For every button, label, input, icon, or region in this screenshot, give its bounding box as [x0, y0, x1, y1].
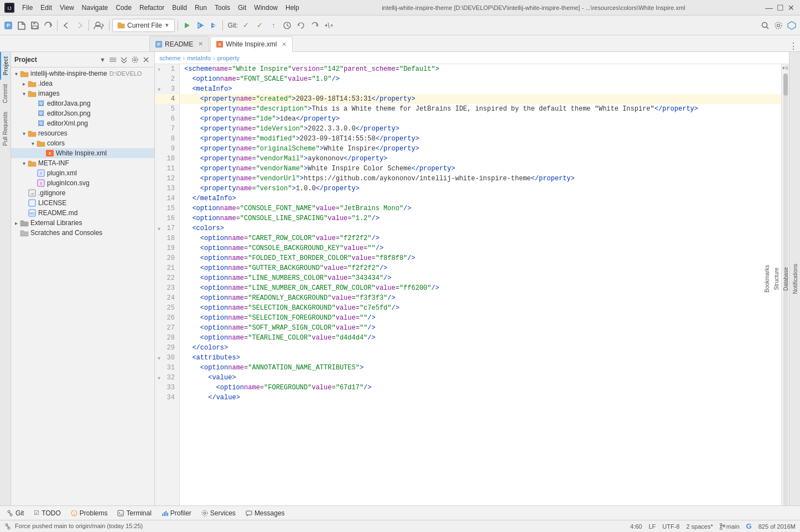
tree-arrow-colors: ▾	[29, 140, 37, 147]
sidebar-settings-btn[interactable]	[130, 55, 140, 65]
breadcrumb-property[interactable]: property	[217, 55, 240, 61]
bottom-tab-profiler[interactable]: Profiler	[157, 507, 196, 519]
forward-button[interactable]	[74, 18, 86, 33]
save-button[interactable]	[29, 18, 41, 33]
svg-rect-53	[167, 513, 168, 516]
menu-file[interactable]: File	[19, 3, 36, 13]
tree-item-images[interactable]: ▾ images	[11, 88, 154, 98]
tree-item-whiteinspire[interactable]: X White Inspire.xml	[11, 148, 154, 158]
git-sync-button[interactable]	[309, 18, 321, 33]
git-push-button[interactable]: ✓	[253, 18, 266, 33]
code-area[interactable]: <scheme name="White Inspire" version="14…	[180, 64, 781, 505]
menu-build[interactable]: Build	[169, 3, 190, 13]
tab-readme[interactable]: README ✕	[149, 36, 209, 51]
git-fetch-button[interactable]: ✓	[240, 18, 252, 33]
tree-item-editorjson[interactable]: 🖼 editorJson.png	[11, 108, 154, 118]
menu-git[interactable]: Git	[235, 3, 250, 13]
sync-button[interactable]	[42, 18, 54, 33]
tree-item-scratches[interactable]: Scratches and Consoles	[11, 228, 154, 238]
fold-btn-30[interactable]: ▾	[155, 355, 163, 361]
bottom-tab-git[interactable]: Git	[2, 507, 28, 519]
project-icon-btn[interactable]: P	[2, 18, 14, 33]
tree-item-editorjava[interactable]: 🖼 editorJava.png	[11, 98, 154, 108]
menu-bar[interactable]: File Edit View Navigate Code Refactor Bu…	[19, 3, 303, 13]
tabs-overflow-button[interactable]: ⋮	[789, 41, 798, 51]
tree-item-root[interactable]: ▾ intellij-white-inspire-theme D:\DEVELO	[11, 69, 154, 79]
tree-item-pluginicon[interactable]: S pluginIcon.svg	[11, 178, 154, 188]
back-button[interactable]	[60, 18, 72, 33]
sidebar-dropdown-arrow[interactable]: ▼	[100, 56, 106, 63]
tree-item-resources[interactable]: ▾ resources	[11, 128, 154, 138]
tree-item-readmemd[interactable]: MD README.md	[11, 208, 154, 218]
tree-arrow-license	[20, 200, 28, 206]
indent-setting[interactable]: 2 spaces*	[686, 523, 713, 530]
line-ending[interactable]: LF	[648, 523, 656, 530]
encoding[interactable]: UTF-8	[662, 523, 679, 530]
bookmarks-panel-tab[interactable]: Bookmarks	[762, 260, 772, 297]
breadcrumb-metainfo[interactable]: metaInfo	[187, 55, 211, 61]
tree-item-extlibs[interactable]: ▸ External Libraries	[11, 218, 154, 228]
bottom-tab-problems[interactable]: ! Problems	[66, 507, 112, 519]
pullreq-panel-tab[interactable]: Pull Requests	[1, 107, 10, 150]
git-branch[interactable]: main	[720, 523, 740, 530]
menu-edit[interactable]: Edit	[37, 3, 55, 13]
current-file-dropdown[interactable]: Current File ▼	[112, 19, 175, 32]
notifications-panel-tab[interactable]: Notifications	[791, 259, 800, 298]
sidebar-collapse-btn[interactable]	[119, 55, 129, 65]
project-panel-tab[interactable]: Project	[0, 52, 11, 80]
tree-item-editorxml[interactable]: 🖼 editorXml.png	[11, 118, 154, 128]
menu-code[interactable]: Code	[112, 3, 135, 13]
menu-run[interactable]: Run	[191, 3, 210, 13]
coverage-button[interactable]	[207, 18, 220, 33]
git-revert-button[interactable]	[295, 18, 307, 33]
tree-item-license[interactable]: LICENSE	[11, 198, 154, 208]
google-icon[interactable]: G	[746, 522, 752, 530]
bottom-tab-services[interactable]: Services	[197, 507, 240, 519]
vcs-user-button[interactable]	[92, 18, 106, 33]
tab-white-inspire[interactable]: X White Inspire.xml ✕	[210, 36, 293, 52]
fold-space-4	[155, 96, 163, 102]
menu-window[interactable]: Window	[251, 3, 281, 13]
search-everywhere-button[interactable]	[759, 18, 771, 33]
menu-navigate[interactable]: Navigate	[79, 3, 111, 13]
menu-view[interactable]: View	[56, 3, 77, 13]
fold-btn-1[interactable]: ▾	[155, 66, 163, 72]
plugin-button[interactable]	[786, 18, 798, 33]
fold-btn-17[interactable]: ▾	[155, 226, 163, 232]
database-panel-tab[interactable]: Database	[781, 263, 791, 295]
menu-refactor[interactable]: Refactor	[136, 3, 168, 13]
tab-readme-close[interactable]: ✕	[198, 40, 203, 48]
tree-item-gitignore[interactable]: .gi .gitignore	[11, 188, 154, 198]
debug-button[interactable]	[194, 18, 206, 33]
tree-item-colors[interactable]: ▾ colors	[11, 138, 154, 148]
close-button[interactable]: ✕	[787, 3, 796, 12]
new-file-button[interactable]	[15, 18, 28, 33]
menu-help[interactable]: Help	[282, 3, 303, 13]
fold-btn-32[interactable]: ▾	[155, 375, 163, 381]
tree-item-metainf[interactable]: ▾ META-INF	[11, 158, 154, 168]
bottom-tab-todo[interactable]: ☑ TODO	[29, 507, 65, 519]
memory-indicator[interactable]: 825 of 2016M	[759, 523, 796, 530]
commit-panel-tab[interactable]: Commit	[1, 80, 10, 107]
cursor-position[interactable]: 4:60	[630, 523, 642, 530]
bottom-tab-terminal[interactable]: Terminal	[113, 507, 155, 519]
tree-item-pluginxml[interactable]: X plugin.xml	[11, 168, 154, 178]
minimize-button[interactable]: —	[765, 3, 773, 12]
sidebar-close-btn[interactable]	[141, 55, 151, 65]
separator-1	[57, 20, 58, 31]
tree-item-idea[interactable]: ▸ .idea	[11, 79, 154, 88]
maximize-button[interactable]: ☐	[776, 3, 785, 12]
fold-btn-3[interactable]: ▾	[155, 86, 163, 92]
git-history-button[interactable]	[281, 18, 293, 33]
scrollbar-thumb[interactable]	[783, 74, 788, 96]
menu-tools[interactable]: Tools	[211, 3, 233, 13]
tab-white-inspire-close[interactable]: ✕	[282, 41, 287, 48]
git-translate-button[interactable]	[323, 18, 335, 33]
git-update-button[interactable]: ↑	[267, 18, 279, 33]
bottom-tab-messages[interactable]: Messages	[241, 507, 289, 519]
breadcrumb-scheme[interactable]: scheme	[159, 55, 181, 61]
settings-button[interactable]	[772, 18, 785, 33]
sidebar-layout-btn[interactable]	[108, 55, 118, 65]
run-button[interactable]	[181, 18, 193, 33]
structure-panel-tab[interactable]: Structure	[772, 263, 781, 295]
